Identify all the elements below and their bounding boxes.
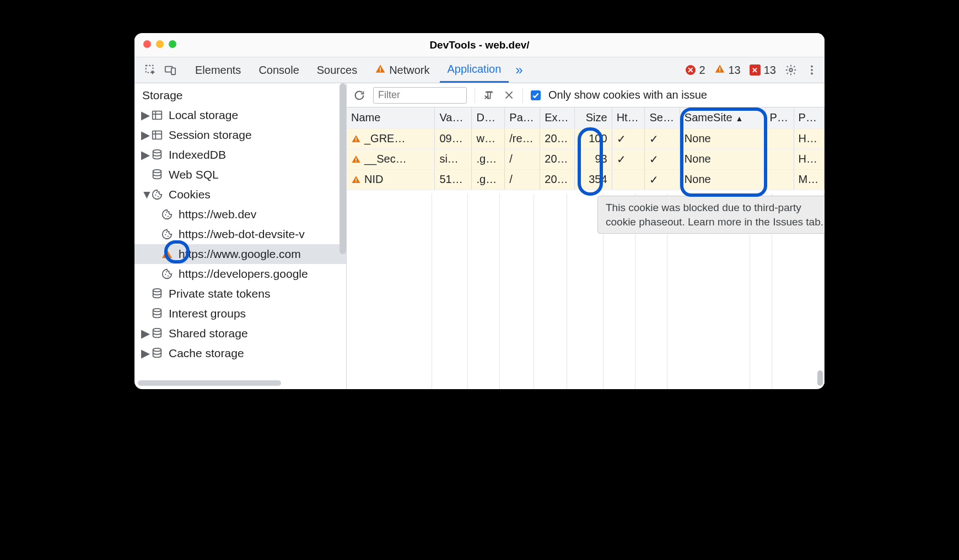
error-count[interactable]: ✕ 2	[686, 64, 705, 77]
col-samesite[interactable]: SameSite▲	[680, 107, 765, 128]
cookie-icon	[161, 268, 173, 280]
sidebar-item-label: https://web-dot-devsite-v	[179, 228, 305, 241]
settings-gear-icon[interactable]	[785, 64, 797, 76]
cell: __Sec…	[347, 149, 435, 169]
error-icon: ✕	[686, 65, 696, 75]
table-row[interactable]: __Sec…si….g…/20…93✓✓NoneH…	[347, 149, 825, 169]
db-icon	[151, 308, 163, 320]
tab-sources[interactable]: Sources	[309, 57, 365, 83]
cell: H…	[794, 128, 824, 149]
status-area: ✕ 2 13 ✕ 13	[686, 63, 820, 77]
chevron-icon: ▼	[141, 188, 149, 201]
tab-network[interactable]: Network	[367, 57, 437, 83]
cookie-filter-input[interactable]	[373, 87, 467, 104]
sidebar-item[interactable]: https://developers.google	[134, 264, 346, 284]
svg-rect-44	[355, 161, 357, 162]
inspect-element-icon[interactable]	[144, 64, 157, 76]
cookies-toolbar: Only show cookies with an issue	[347, 83, 825, 107]
cell: 20…	[540, 169, 574, 190]
window-zoom-button[interactable]	[169, 40, 176, 48]
sidebar-item[interactable]: ▶IndexedDB	[134, 145, 346, 165]
warn-icon	[161, 248, 173, 260]
col-value[interactable]: Va…	[435, 107, 472, 128]
svg-point-33	[153, 289, 161, 292]
window-close-button[interactable]	[143, 40, 151, 48]
svg-rect-43	[355, 158, 357, 161]
svg-rect-3	[380, 67, 381, 70]
chevron-icon: ▶	[141, 128, 149, 142]
sidebar-item[interactable]: Web SQL	[134, 165, 346, 185]
cell: 51…	[435, 169, 472, 190]
storage-tree: ▶Local storage▶Session storage▶IndexedDB…	[134, 105, 346, 363]
col-httponly[interactable]: Ht…	[612, 107, 645, 128]
col-partition[interactable]: P…	[765, 107, 794, 128]
cell: si…	[435, 149, 472, 169]
col-size[interactable]: Size	[574, 107, 612, 128]
svg-rect-14	[153, 131, 162, 139]
col-expires[interactable]: Ex…	[540, 107, 574, 128]
warning-count[interactable]: 13	[714, 63, 741, 77]
table-icon	[151, 109, 163, 121]
clear-filter-icon[interactable]	[483, 89, 495, 101]
svg-point-18	[153, 170, 161, 173]
refresh-button[interactable]	[353, 89, 365, 101]
storage-sidebar: Storage ▶Local storage▶Session storage▶I…	[134, 83, 347, 389]
cell: ✓	[645, 149, 680, 169]
cell: None	[680, 128, 765, 149]
only-issues-label: Only show cookies with an issue	[548, 89, 707, 101]
col-secure[interactable]: Se…	[645, 107, 680, 128]
device-toolbar-icon[interactable]	[164, 64, 176, 76]
cell: /	[505, 149, 540, 169]
sidebar-item[interactable]: https://web.dev	[134, 204, 346, 224]
sidebar-item[interactable]: ▶Cache storage	[134, 343, 346, 363]
tab-elements[interactable]: Elements	[187, 57, 249, 83]
col-name[interactable]: Name	[347, 107, 435, 128]
table-header-row: Name Va… D… Pa… Ex… Size Ht… Se… SameSit…	[347, 107, 825, 128]
window-minimize-button[interactable]	[156, 40, 164, 48]
warning-triangle-icon	[714, 63, 725, 77]
sidebar-item[interactable]: ▶Shared storage	[134, 324, 346, 343]
sidebar-item[interactable]: ▼Cookies	[134, 185, 346, 204]
sidebar-item[interactable]: ▶Session storage	[134, 125, 346, 145]
tab-console[interactable]: Console	[251, 57, 306, 83]
svg-point-23	[168, 216, 169, 217]
only-issues-checkbox[interactable]	[531, 90, 541, 100]
svg-point-36	[153, 348, 161, 352]
cell	[765, 128, 794, 149]
svg-point-27	[166, 231, 167, 233]
sidebar-item-label: Private state tokens	[169, 287, 270, 300]
issues-count[interactable]: ✕ 13	[750, 64, 776, 77]
svg-point-22	[165, 214, 166, 216]
sidebar-horizontal-scrollbar[interactable]	[138, 380, 281, 386]
col-path[interactable]: Pa…	[505, 107, 540, 128]
panel-tabs: Elements Console Sources Network Applica…	[187, 57, 527, 83]
col-domain[interactable]: D…	[472, 107, 505, 128]
svg-rect-42	[355, 141, 357, 142]
col-priority[interactable]: P…	[794, 107, 824, 128]
cookie-icon	[161, 228, 173, 240]
table-row[interactable]: _GRE…09…w…/re…20…100✓✓NoneH…	[347, 128, 825, 149]
cell: NID	[347, 169, 435, 190]
sidebar-vertical-scrollbar[interactable]	[340, 83, 346, 254]
table-vertical-scrollbar[interactable]	[817, 370, 823, 386]
sidebar-item[interactable]: https://www.google.com	[134, 244, 346, 264]
sidebar-item-label: https://www.google.com	[179, 247, 301, 261]
sidebar-item[interactable]: https://web-dot-devsite-v	[134, 224, 346, 244]
svg-point-8	[811, 66, 813, 68]
table-row[interactable]: NID51….g…/20…354✓NoneM…	[347, 169, 825, 190]
sidebar-item[interactable]: Interest groups	[134, 304, 346, 324]
table-icon	[151, 129, 163, 141]
svg-point-34	[153, 309, 161, 312]
sidebar-item[interactable]: Private state tokens	[134, 284, 346, 304]
sidebar-item-label: https://developers.google	[179, 267, 308, 281]
svg-point-10	[811, 73, 813, 75]
clear-all-icon[interactable]	[503, 89, 515, 101]
svg-rect-45	[355, 179, 357, 181]
more-tabs-icon[interactable]: »	[511, 62, 527, 78]
sidebar-item[interactable]: ▶Local storage	[134, 105, 346, 125]
chevron-icon: ▶	[141, 347, 149, 360]
kebab-menu-icon[interactable]	[806, 64, 818, 76]
db-icon	[151, 169, 163, 181]
tab-application[interactable]: Application	[440, 57, 509, 83]
cell: ✓	[612, 149, 645, 169]
